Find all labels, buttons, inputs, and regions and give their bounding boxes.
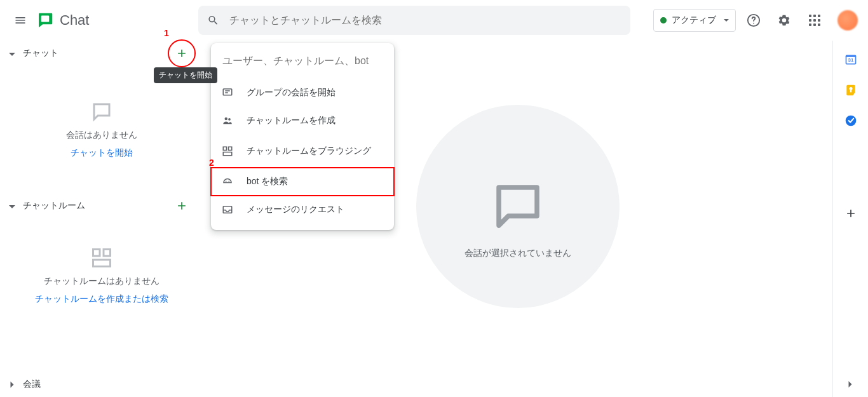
chat-bubble-icon <box>90 100 113 123</box>
menu-item-label: メッセージのリクエスト <box>247 203 384 216</box>
rooms-empty-state: チャットルームはありません チャットルームを作成または検索 <box>0 219 203 333</box>
svg-rect-15 <box>223 147 226 150</box>
svg-rect-4 <box>104 250 111 257</box>
header-actions: アクティブ <box>653 8 863 33</box>
chevron-down-icon <box>9 53 15 56</box>
popup-item-message-requests[interactable]: メッセージのリクエスト <box>211 196 394 224</box>
popup-item-browse-rooms[interactable]: チャットルームをブラウジング <box>211 135 394 168</box>
plus-icon <box>175 199 188 212</box>
start-chat-tooltip: チャットを開始 <box>154 67 217 83</box>
app-title: Chat <box>60 12 89 29</box>
presence-status-button[interactable]: アクティブ <box>653 9 736 32</box>
svg-rect-17 <box>223 152 232 156</box>
sidebar-section-label: チャットルーム <box>23 200 85 212</box>
chevron-right-icon <box>11 381 14 387</box>
side-panel-add-button[interactable] <box>838 201 864 226</box>
svg-rect-10 <box>850 90 851 92</box>
keep-app-icon[interactable] <box>844 84 857 97</box>
help-icon <box>747 13 761 27</box>
svg-point-19 <box>229 181 230 182</box>
plus-icon <box>175 47 188 60</box>
popup-search-input[interactable] <box>221 55 384 67</box>
popup-item-create-room[interactable]: チャットルームを作成 <box>211 107 394 135</box>
hamburger-icon <box>14 14 27 27</box>
start-chat-popup: グループの会話を開始 チャットルームを作成 チャットルームをブラウジング bot… <box>211 43 394 230</box>
chat-bubble-large-icon <box>489 178 546 235</box>
side-panel: 31 <box>832 41 868 397</box>
create-room-link[interactable]: チャットルームを作成または検索 <box>35 293 168 305</box>
svg-text:31: 31 <box>848 57 853 63</box>
settings-button[interactable] <box>771 8 797 33</box>
global-search-input[interactable] <box>228 14 621 27</box>
svg-point-14 <box>228 118 231 121</box>
plus-icon <box>844 207 857 220</box>
rooms-empty-text: チャットルームはありません <box>44 276 159 287</box>
app-logo: Chat <box>36 11 89 30</box>
gear-icon <box>777 13 791 27</box>
menu-item-label: bot を検索 <box>247 175 384 188</box>
chevron-down-icon <box>9 205 15 208</box>
google-apps-button[interactable] <box>802 8 827 33</box>
sidebar-section-label: 会議 <box>23 379 41 390</box>
menu-item-label: チャットルームを作成 <box>247 114 384 127</box>
chat-empty-state: 会話はありません チャットを開始 <box>0 66 203 193</box>
side-panel-collapse-button[interactable] <box>844 378 857 391</box>
chat-icon <box>222 87 233 98</box>
start-chat-link[interactable]: チャットを開始 <box>71 147 133 159</box>
svg-point-13 <box>225 118 228 121</box>
sidebar: チャット 会話はありません チャットを開始 チャットルーム チャットルームはあり… <box>0 41 203 397</box>
create-room-button[interactable] <box>169 193 194 219</box>
no-conversation-selected-text: 会話が選択されていません <box>465 248 571 259</box>
sidebar-section-chat[interactable]: チャット <box>0 41 203 66</box>
chevron-down-icon <box>724 19 729 22</box>
empty-state-circle <box>416 105 620 308</box>
annotation-2: 2 <box>209 158 214 168</box>
popup-search-row[interactable] <box>211 43 394 79</box>
menu-item-label: グループの会話を開始 <box>247 86 384 99</box>
start-chat-button[interactable] <box>169 41 194 66</box>
header: Chat アクティブ <box>0 0 868 41</box>
inbox-icon <box>222 204 233 215</box>
sidebar-section-label: チャット <box>23 48 58 59</box>
chat-empty-text: 会話はありません <box>66 130 137 141</box>
annotation-1: 1 <box>164 28 169 38</box>
calendar-app-icon[interactable]: 31 <box>844 53 857 66</box>
chat-logo-icon <box>36 11 55 30</box>
popup-item-search-bot[interactable]: bot を検索 <box>211 168 394 196</box>
search-icon <box>207 14 219 27</box>
sidebar-section-rooms[interactable]: チャットルーム <box>0 193 203 219</box>
svg-point-2 <box>753 23 754 24</box>
people-icon <box>222 115 233 126</box>
hamburger-menu-button[interactable] <box>5 5 36 36</box>
svg-rect-5 <box>93 260 111 267</box>
help-button[interactable] <box>741 8 766 33</box>
status-dot-active-icon <box>660 17 667 24</box>
svg-rect-0 <box>41 16 50 22</box>
presence-status-label: アクティブ <box>672 15 716 26</box>
svg-rect-16 <box>229 147 232 150</box>
grid-icon <box>222 145 233 157</box>
account-avatar[interactable] <box>837 10 858 30</box>
tasks-app-icon[interactable] <box>844 114 857 127</box>
menu-item-label: チャットルームをブラウジング <box>247 145 384 158</box>
svg-rect-12 <box>223 89 232 95</box>
svg-point-9 <box>849 87 852 90</box>
svg-point-18 <box>226 181 227 182</box>
rooms-grid-icon <box>90 246 113 269</box>
apps-grid-icon <box>809 15 820 26</box>
global-search[interactable] <box>198 6 630 35</box>
bot-icon <box>222 176 233 187</box>
popup-item-group-conversation[interactable]: グループの会話を開始 <box>211 79 394 107</box>
svg-rect-3 <box>93 250 100 257</box>
sidebar-section-meetings[interactable]: 会議 <box>0 372 203 397</box>
